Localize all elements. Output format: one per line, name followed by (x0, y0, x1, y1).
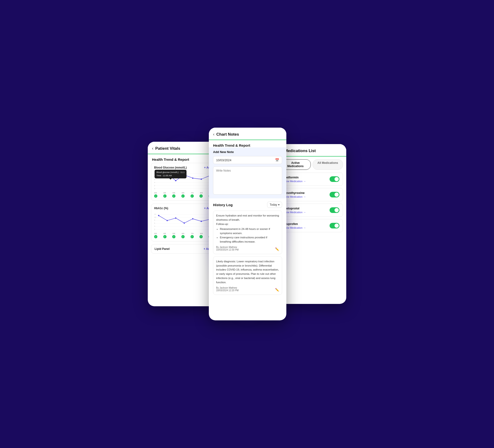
lipid-panel-title: Lipid Panel (155, 247, 170, 251)
hba1c-title: HbA1c (%) (154, 207, 168, 210)
log-entry-1-date: 10/03/2024 12:30 PM (216, 248, 239, 251)
checkmark-icon: ✓ (181, 194, 185, 198)
svg-text:12: 12 (154, 213, 156, 215)
checkmark-icon: ✓ (154, 194, 157, 198)
svg-point-35 (192, 218, 193, 219)
svg-text:2: 2 (154, 228, 155, 230)
blood-glucose-title: Blood Glucose (mmol/L) (154, 166, 187, 169)
add-note-label: Add New Note (213, 150, 282, 154)
toggle-levothyroxine[interactable] (330, 192, 339, 197)
center-card-title: Chart Notes (216, 132, 239, 137)
checkmark-icon: ✓ (163, 194, 167, 198)
svg-text:0: 0 (154, 188, 155, 190)
date-input-row[interactable]: 10/03/2024 📅 (213, 156, 282, 164)
tooltip-line1: Blood glucose (mmol/L) : 11.1 (156, 171, 185, 174)
chart-notes-card: ‹ Chart Notes Health Trend & Report Add … (209, 128, 286, 320)
center-section-title: Health Trend & Report (209, 140, 286, 147)
svg-text:4: 4 (154, 225, 155, 227)
log-entry-2-text: Likely diagnosis: Lower respiratory trac… (216, 259, 279, 285)
center-card-header: ‹ Chart Notes (209, 128, 286, 140)
toggle-metoprolol[interactable] (330, 207, 339, 213)
log-entry-2-meta: By Jackson Mathew 10/03/2024 12:20 PM ✏️ (216, 286, 279, 292)
back-arrow-center-icon[interactable]: ‹ (213, 132, 214, 137)
back-arrow-icon[interactable]: ‹ (152, 146, 153, 151)
tab-all-medications[interactable]: All Medications (313, 159, 343, 170)
calendar-icon: 📅 (275, 158, 279, 162)
svg-text:2: 2 (154, 184, 155, 187)
add-note-section: Add New Note 10/03/2024 📅 (209, 147, 286, 198)
filter-label: Today (270, 203, 277, 206)
checkmark-icon: ✓ (154, 235, 157, 238)
svg-text:6: 6 (154, 179, 155, 180)
history-log-section: History Log Today ▾ Ensure hydration and… (209, 198, 286, 300)
date-input-value: 10/03/2024 (216, 158, 231, 162)
log-entry-1: Ensure hydration and rest and monitor fo… (213, 211, 282, 254)
svg-point-33 (175, 218, 176, 218)
edit-icon[interactable]: ✏️ (275, 247, 279, 251)
svg-point-34 (184, 222, 185, 224)
edit-icon-2[interactable]: ✏️ (275, 288, 279, 292)
svg-point-32 (167, 220, 168, 221)
glucose-tooltip: Blood glucose (mmol/L) : 11.1 Time : 11:… (155, 170, 186, 179)
left-card-title: Patient Vitals (155, 146, 180, 151)
notes-textarea[interactable] (213, 166, 282, 195)
log-entry-2-author: By Jackson Mathew (216, 286, 239, 289)
toggle-metformin[interactable] (330, 176, 339, 182)
history-log-header: History Log Today ▾ (213, 202, 282, 208)
log-entry-1-author: By Jackson Mathew (216, 246, 239, 248)
chevron-down-icon: ▾ (278, 203, 280, 206)
bullet-item: Emergency care instructions provided if … (220, 235, 279, 244)
svg-text:6: 6 (154, 222, 155, 224)
checkmark-icon: ✓ (172, 235, 175, 238)
svg-text:8: 8 (154, 219, 155, 221)
history-filter-btn[interactable]: Today ▾ (267, 202, 282, 208)
tooltip-line2: Time : 11:05 AM (156, 174, 185, 178)
log-entry-2-date: 10/03/2024 12:20 PM (216, 289, 239, 292)
toggle-ibuprofen[interactable] (330, 223, 339, 229)
checkmark-icon: ✓ (190, 235, 194, 238)
checkmark-icon: ✓ (163, 235, 167, 238)
svg-text:4: 4 (154, 181, 155, 184)
checkmark-icon: ✓ (172, 194, 175, 198)
svg-point-16 (192, 178, 193, 179)
svg-point-14 (175, 180, 176, 181)
bullet-item: Reassessment in 24-48 hours or sooner if… (220, 227, 279, 235)
history-log-title: History Log (213, 203, 233, 207)
log-entry-1-meta: By Jackson Mathew 10/03/2024 12:30 PM ✏️ (216, 246, 279, 251)
svg-text:10: 10 (154, 216, 156, 218)
log-entry-2: Likely diagnosis: Lower respiratory trac… (213, 256, 282, 295)
svg-point-31 (158, 215, 159, 216)
checkmark-icon: ✓ (190, 194, 194, 198)
checkmark-icon: ✓ (181, 235, 185, 238)
log-entry-1-text: Ensure hydration and rest and monitor fo… (216, 214, 279, 244)
